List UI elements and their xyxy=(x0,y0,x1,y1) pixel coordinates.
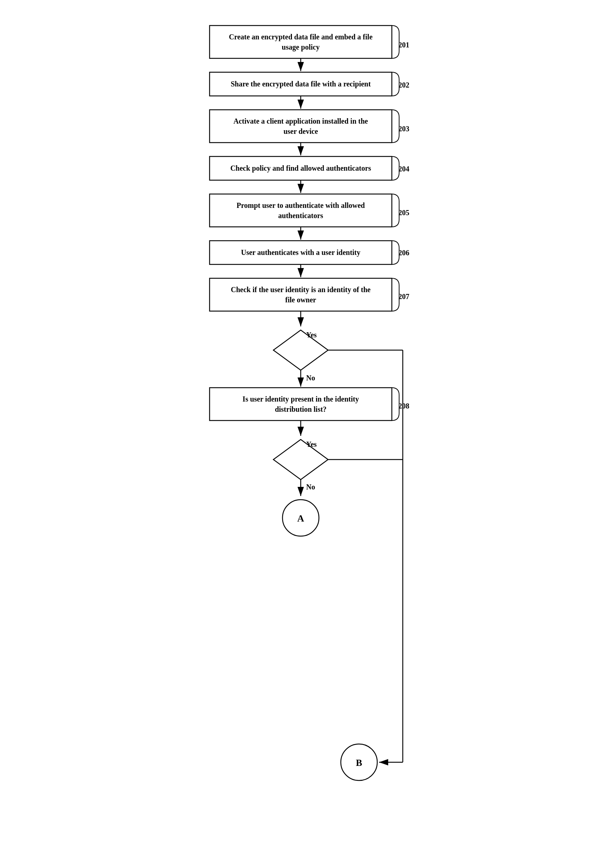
diamond-2 xyxy=(273,439,328,480)
flowchart-svg: Create an encrypted data file and embed … xyxy=(181,14,435,846)
step-num-205: 205 xyxy=(398,209,409,217)
diamond-2-yes-label: Yes xyxy=(306,440,317,448)
step-num-208: 208 xyxy=(398,402,409,410)
bracket-208 xyxy=(392,388,399,420)
box-207-text-line1: Check if the user identity is an identit… xyxy=(231,286,371,294)
box-203-text-line1: Activate a client application installed … xyxy=(234,117,368,126)
box-204-text: Check policy and find allowed authentica… xyxy=(230,164,371,173)
box-207 xyxy=(210,278,392,311)
box-201-text-line1: Create an encrypted data file and embed … xyxy=(229,33,372,41)
flowchart: Create an encrypted data file and embed … xyxy=(181,14,435,846)
box-203-text-line2: user device xyxy=(284,127,318,135)
box-202-text: Share the encrypted data file with a rec… xyxy=(231,80,371,88)
bracket-206 xyxy=(392,241,399,264)
box-207-text-line2: file owner xyxy=(285,296,316,304)
bracket-201 xyxy=(392,25,399,58)
step-num-207: 207 xyxy=(398,293,409,301)
bracket-207 xyxy=(392,278,399,311)
box-206-text: User authenticates with a user identity xyxy=(241,249,360,257)
box-205-text-line1: Prompt user to authenticate with allowed xyxy=(237,201,365,210)
bracket-204 xyxy=(392,156,399,180)
box-203 xyxy=(210,110,392,143)
box-201-text-line2: usage policy xyxy=(282,43,320,52)
box-201 xyxy=(210,25,392,58)
diamond-1-no-label: No xyxy=(306,374,315,382)
step-num-206: 206 xyxy=(398,249,409,257)
step-num-202: 202 xyxy=(398,81,409,89)
step-num-204: 204 xyxy=(398,165,409,173)
box-205-text-line2: authenticators xyxy=(278,211,323,220)
diamond-1 xyxy=(273,330,328,370)
step-num-201: 201 xyxy=(398,41,409,49)
bracket-205 xyxy=(392,194,399,227)
box-208-text-line1: Is user identity present in the identity xyxy=(242,395,359,403)
diamond-2-no-label: No xyxy=(306,483,315,491)
diamond-1-yes-label: Yes xyxy=(306,331,317,339)
circle-A-label: A xyxy=(297,513,304,524)
box-205 xyxy=(210,194,392,227)
circle-B-label: B xyxy=(356,757,362,768)
bracket-202 xyxy=(392,72,399,96)
box-208-text-line2: distribution list? xyxy=(275,405,327,413)
step-num-203: 203 xyxy=(398,125,409,133)
box-208 xyxy=(210,388,392,420)
bracket-203 xyxy=(392,110,399,143)
